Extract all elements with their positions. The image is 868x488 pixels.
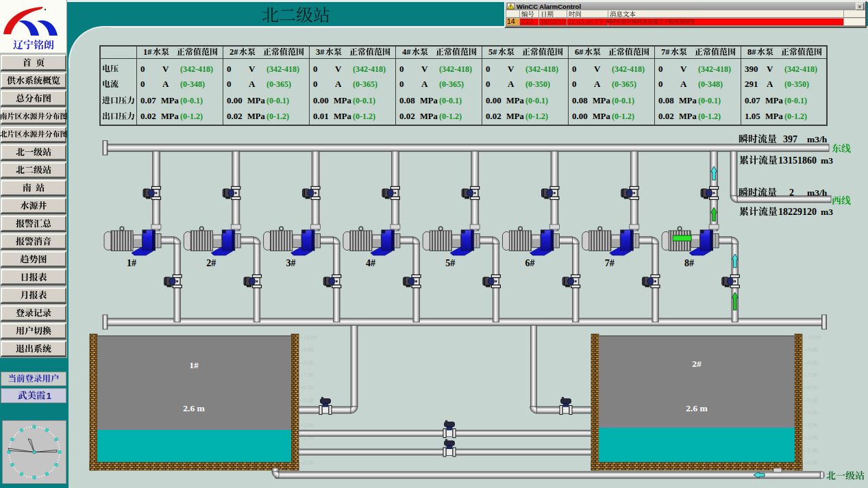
svg-text:MPa: MPa xyxy=(593,96,610,105)
svg-text:+6.00: +6.00 xyxy=(804,384,818,391)
svg-text:0.02: 0.02 xyxy=(227,111,243,121)
svg-text:0: 0 xyxy=(140,79,145,89)
svg-text:0: 0 xyxy=(658,79,663,89)
svg-text:3#: 3# xyxy=(286,258,296,268)
svg-text:(0-1.2): (0-1.2) xyxy=(612,112,634,121)
svg-text:0.00: 0.00 xyxy=(227,95,243,105)
svg-text:(342-418): (342-418) xyxy=(266,64,299,74)
svg-text:MPa: MPa xyxy=(247,112,265,121)
svg-text:+7.00: +7.00 xyxy=(804,372,818,378)
svg-text:MPa: MPa xyxy=(765,96,783,105)
svg-text:MPa: MPa xyxy=(420,96,438,105)
svg-text:0: 0 xyxy=(572,64,577,74)
svg-text:(0-1.2): (0-1.2) xyxy=(180,112,203,121)
svg-text:V: V xyxy=(249,64,256,74)
svg-text:m3: m3 xyxy=(821,155,833,166)
svg-text:MPa: MPa xyxy=(679,96,697,105)
svg-text:A: A xyxy=(680,79,687,89)
svg-text:8#: 8# xyxy=(684,258,694,268)
svg-text:0.00: 0.00 xyxy=(486,95,501,105)
svg-text:0: 0 xyxy=(313,64,318,74)
svg-text:2: 2 xyxy=(789,188,794,198)
svg-text:18229120: 18229120 xyxy=(778,207,817,217)
svg-text:+3.00: +3.00 xyxy=(300,422,314,428)
svg-text:+10.00: +10.00 xyxy=(300,334,317,341)
svg-text:0.02: 0.02 xyxy=(658,111,674,121)
svg-text:0.08: 0.08 xyxy=(572,95,588,105)
svg-text:+1.00: +1.00 xyxy=(804,447,818,454)
svg-text:0: 0 xyxy=(227,64,232,74)
svg-text:(342-418): (342-418) xyxy=(525,64,558,74)
svg-text:V: V xyxy=(508,64,514,74)
svg-text:1: 1 xyxy=(47,391,52,401)
svg-text:5#: 5# xyxy=(445,258,455,268)
svg-text:2#: 2# xyxy=(692,359,702,369)
svg-text:V: V xyxy=(767,64,773,74)
svg-text:0.00: 0.00 xyxy=(572,111,588,121)
svg-text:0: 0 xyxy=(486,64,491,74)
svg-text:14: 14 xyxy=(507,17,515,25)
svg-text:(0-1.2): (0-1.2) xyxy=(439,112,462,121)
svg-text:+4.00: +4.00 xyxy=(804,409,818,416)
svg-text:(0-1.2): (0-1.2) xyxy=(353,112,375,121)
svg-text:(0-365): (0-365) xyxy=(612,79,636,89)
svg-text:MPa: MPa xyxy=(161,112,179,121)
svg-text:4#: 4# xyxy=(402,47,411,57)
svg-text:(342-418): (342-418) xyxy=(784,64,817,74)
svg-text:0: 0 xyxy=(313,79,318,89)
svg-text:MPa: MPa xyxy=(334,96,351,105)
svg-text:A: A xyxy=(249,79,256,89)
svg-text:MPa: MPa xyxy=(247,96,265,105)
svg-text:V: V xyxy=(680,64,687,74)
svg-text:(342-418): (342-418) xyxy=(698,64,731,74)
svg-text:0: 0 xyxy=(486,79,491,89)
svg-text:MPa: MPa xyxy=(420,112,438,121)
svg-text:(0-350): (0-350) xyxy=(525,79,550,89)
svg-text:(0-348): (0-348) xyxy=(698,79,723,89)
svg-text:+9.00: +9.00 xyxy=(300,346,314,353)
svg-text:45#: 45# xyxy=(606,18,616,25)
svg-text:m3/h: m3/h xyxy=(807,134,828,144)
svg-text:MPa: MPa xyxy=(506,112,524,121)
svg-text:m3/h: m3/h xyxy=(807,188,828,198)
svg-text:(0-1.2): (0-1.2) xyxy=(266,112,289,121)
svg-text:V: V xyxy=(594,64,601,74)
svg-text:0.07: 0.07 xyxy=(140,95,156,105)
svg-text:390: 390 xyxy=(745,64,758,74)
svg-text:0: 0 xyxy=(227,79,232,89)
svg-text:(0-1.2): (0-1.2) xyxy=(784,112,807,121)
svg-text:+0.00: +0.00 xyxy=(300,459,314,466)
svg-text:A: A xyxy=(162,79,169,89)
svg-text:V: V xyxy=(421,64,428,74)
svg-text:A: A xyxy=(594,79,601,89)
svg-text:2#: 2# xyxy=(230,47,238,57)
svg-text:(0-0.1): (0-0.1) xyxy=(612,96,634,105)
svg-text:4#: 4# xyxy=(366,258,375,268)
svg-text:(342-418): (342-418) xyxy=(439,64,472,74)
svg-text:A: A xyxy=(335,79,342,89)
svg-text:223: 223 xyxy=(521,18,533,25)
svg-text:A: A xyxy=(508,79,514,89)
svg-text:2#: 2# xyxy=(206,258,216,268)
svg-text:0.02: 0.02 xyxy=(140,111,156,121)
svg-text:+7.00: +7.00 xyxy=(300,372,314,378)
svg-text:5#: 5# xyxy=(488,47,497,57)
svg-text:0.02: 0.02 xyxy=(486,111,501,121)
svg-text:1#: 1# xyxy=(127,258,136,268)
svg-text:0.02: 0.02 xyxy=(399,111,415,121)
svg-text:(0-365): (0-365) xyxy=(353,79,377,89)
svg-text:+0.00: +0.00 xyxy=(804,459,818,466)
svg-text:A: A xyxy=(767,79,773,89)
svg-text:11:03:24: 11:03:24 xyxy=(568,18,593,25)
svg-text:(342-418): (342-418) xyxy=(180,64,213,74)
svg-text:+2.00: +2.00 xyxy=(804,434,818,441)
svg-text:A: A xyxy=(421,79,428,89)
svg-text:6#: 6# xyxy=(525,258,535,268)
svg-text:+8.00: +8.00 xyxy=(804,359,818,366)
svg-text:+3.00: +3.00 xyxy=(804,422,818,428)
svg-text:MPa: MPa xyxy=(334,112,351,121)
svg-text:+10.00: +10.00 xyxy=(804,334,821,341)
svg-text:1#: 1# xyxy=(189,360,199,370)
svg-text:+6.00: +6.00 xyxy=(300,384,314,391)
svg-text:MPa: MPa xyxy=(161,96,179,105)
